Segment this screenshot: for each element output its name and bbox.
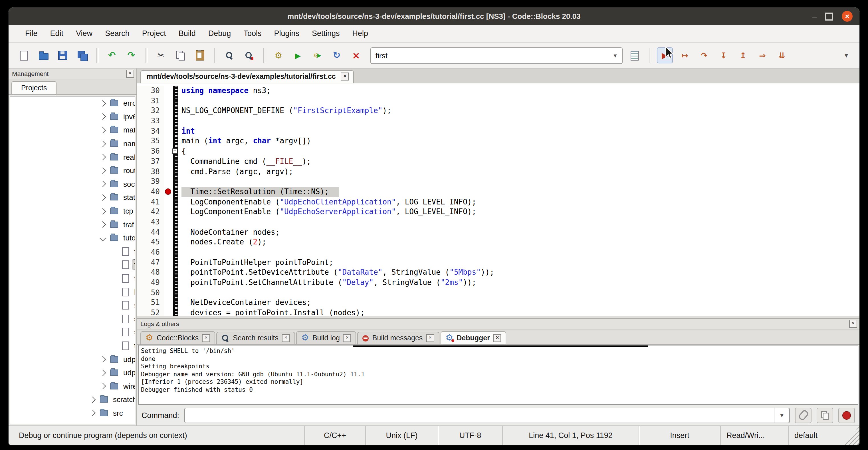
breakpoint-margin[interactable] bbox=[164, 227, 173, 237]
code-text[interactable]: int bbox=[178, 126, 860, 136]
resize-grip[interactable] bbox=[845, 426, 860, 445]
tree-item-src[interactable]: src bbox=[10, 406, 135, 420]
code-text[interactable]: cmd.Parse (argc, argv); bbox=[178, 167, 860, 176]
close-tab-icon[interactable]: × bbox=[426, 334, 434, 342]
expand-icon[interactable] bbox=[100, 100, 106, 107]
code-line-30[interactable]: 30using namespace ns3; bbox=[137, 86, 860, 96]
attach-button[interactable] bbox=[795, 408, 811, 423]
find-in-files-button[interactable] bbox=[241, 48, 256, 63]
new-file-button[interactable] bbox=[17, 48, 31, 63]
breakpoint-margin[interactable] bbox=[164, 136, 173, 146]
breakpoint-margin[interactable] bbox=[164, 197, 173, 207]
code-line-33[interactable]: 33 bbox=[137, 116, 860, 126]
close-tab-icon[interactable]: × bbox=[202, 334, 210, 342]
breakpoint-margin[interactable] bbox=[164, 257, 173, 267]
line-number[interactable]: 41 bbox=[137, 197, 164, 207]
line-number[interactable]: 44 bbox=[137, 227, 164, 237]
fold-margin[interactable] bbox=[173, 106, 178, 116]
expand-icon[interactable] bbox=[100, 208, 106, 214]
code-line-38[interactable]: 38 cmd.Parse (argc, argv); bbox=[137, 167, 860, 176]
tree-item-fir[interactable]: fir bbox=[10, 258, 135, 272]
breakpoint-margin[interactable] bbox=[164, 308, 173, 316]
tree-item-traf[interactable]: traf bbox=[10, 218, 135, 231]
fold-margin[interactable] bbox=[173, 197, 178, 207]
fold-margin[interactable] bbox=[173, 96, 178, 106]
tree-item-wire[interactable]: wire bbox=[10, 380, 135, 393]
code-text[interactable]: LogComponentEnable ("UdpEchoClientApplic… bbox=[178, 197, 860, 207]
code-text[interactable]: devices = pointToPoint.Install (nodes); bbox=[178, 308, 860, 316]
fold-margin[interactable]: − bbox=[173, 146, 178, 156]
line-number[interactable]: 51 bbox=[137, 298, 164, 308]
tree-item-nam[interactable]: nam bbox=[10, 137, 135, 150]
fold-margin[interactable] bbox=[173, 116, 178, 126]
tree-item-fif[interactable]: fif bbox=[10, 245, 135, 258]
breakpoint-margin[interactable] bbox=[164, 277, 173, 288]
log-tab-search-results[interactable]: Search results× bbox=[216, 332, 295, 344]
line-number[interactable]: 32 bbox=[137, 106, 164, 116]
save-all-button[interactable] bbox=[75, 48, 90, 63]
menu-help[interactable]: Help bbox=[346, 25, 375, 42]
tab-projects[interactable]: Projects bbox=[11, 81, 57, 94]
code-text[interactable]: NS_LOG_COMPONENT_DEFINE ("FirstScriptExa… bbox=[178, 106, 860, 116]
code-line-43[interactable]: 43 bbox=[137, 217, 860, 227]
breakpoint-icon[interactable] bbox=[165, 188, 171, 195]
expand-icon[interactable] bbox=[89, 396, 96, 403]
menu-view[interactable]: View bbox=[70, 25, 99, 42]
project-tree[interactable]: erroipv6matnamrealroutsockstattcptraftut… bbox=[10, 96, 135, 424]
tree-item-real[interactable]: real bbox=[10, 150, 135, 164]
line-number[interactable]: 33 bbox=[137, 116, 164, 126]
expand-icon[interactable] bbox=[100, 221, 106, 228]
line-number[interactable]: 31 bbox=[137, 96, 164, 106]
menu-edit[interactable]: Edit bbox=[44, 25, 70, 42]
expand-icon[interactable] bbox=[100, 141, 106, 147]
copy-button[interactable] bbox=[173, 48, 188, 63]
tree-item-se[interactable]: se bbox=[10, 312, 135, 326]
fold-margin[interactable] bbox=[173, 277, 178, 288]
code-line-48[interactable]: 48 pointToPoint.SetDeviceAttribute ("Dat… bbox=[137, 268, 860, 277]
breakpoint-margin[interactable] bbox=[164, 86, 173, 96]
code-text[interactable] bbox=[178, 288, 860, 298]
code-text[interactable] bbox=[178, 176, 860, 186]
tree-item-rout[interactable]: rout bbox=[10, 164, 135, 177]
run-to-cursor-button[interactable]: ↦ bbox=[677, 48, 692, 63]
fold-margin[interactable] bbox=[173, 217, 178, 227]
expand-icon[interactable] bbox=[100, 181, 106, 187]
breakpoint-margin[interactable] bbox=[164, 237, 173, 247]
code-line-32[interactable]: 32NS_LOG_COMPONENT_DEFINE ("FirstScriptE… bbox=[137, 106, 860, 116]
menu-file[interactable]: File bbox=[19, 25, 44, 42]
breakpoint-margin[interactable] bbox=[164, 106, 173, 116]
code-text[interactable] bbox=[178, 247, 860, 257]
fold-margin[interactable] bbox=[173, 176, 178, 186]
debugger-command-combo[interactable]: ▾ bbox=[184, 408, 790, 423]
line-number[interactable]: 38 bbox=[137, 167, 164, 176]
fold-marker-icon[interactable]: − bbox=[172, 148, 178, 154]
tree-item-fo[interactable]: fo bbox=[10, 272, 135, 285]
tree-item-ipv6[interactable]: ipv6 bbox=[10, 110, 135, 123]
line-number[interactable]: 48 bbox=[137, 268, 164, 277]
breakpoint-margin[interactable] bbox=[164, 96, 173, 106]
code-line-37[interactable]: 37 CommandLine cmd (__FILE__); bbox=[137, 156, 860, 167]
code-text[interactable]: LogComponentEnable ("UdpEchoServerApplic… bbox=[178, 207, 860, 217]
code-line-45[interactable]: 45 nodes.Create (2); bbox=[137, 237, 860, 247]
menu-project[interactable]: Project bbox=[136, 25, 172, 42]
menu-settings[interactable]: Settings bbox=[306, 25, 346, 42]
close-panel-icon[interactable]: × bbox=[126, 70, 134, 78]
code-line-40[interactable]: 40 Time::SetResolution (Time::NS); bbox=[137, 187, 860, 197]
command-dropdown-button[interactable]: ▾ bbox=[774, 408, 789, 422]
code-text[interactable]: CommandLine cmd (__FILE__); bbox=[178, 156, 860, 167]
tree-item-mat[interactable]: mat bbox=[10, 123, 135, 137]
expand-icon[interactable] bbox=[100, 127, 106, 133]
fold-margin[interactable] bbox=[173, 86, 178, 96]
tree-item-six[interactable]: six bbox=[10, 326, 135, 339]
log-tab-debugger[interactable]: ⚙Debugger× bbox=[440, 331, 506, 344]
build-button[interactable]: ⚙ bbox=[271, 48, 286, 63]
breakpoint-margin[interactable] bbox=[164, 187, 173, 197]
code-text[interactable]: { bbox=[178, 146, 860, 156]
close-panel-icon[interactable]: × bbox=[849, 320, 857, 328]
close-tab-icon[interactable]: × bbox=[341, 72, 349, 81]
log-tab-build-log[interactable]: ⚙Build log× bbox=[296, 331, 356, 344]
line-number[interactable]: 52 bbox=[137, 308, 164, 316]
collapse-icon[interactable] bbox=[100, 235, 106, 241]
fold-margin[interactable] bbox=[173, 126, 178, 136]
editor-tab-first-cc[interactable]: mnt/dev/tools/source/ns-3-dev/examples/t… bbox=[141, 70, 354, 83]
